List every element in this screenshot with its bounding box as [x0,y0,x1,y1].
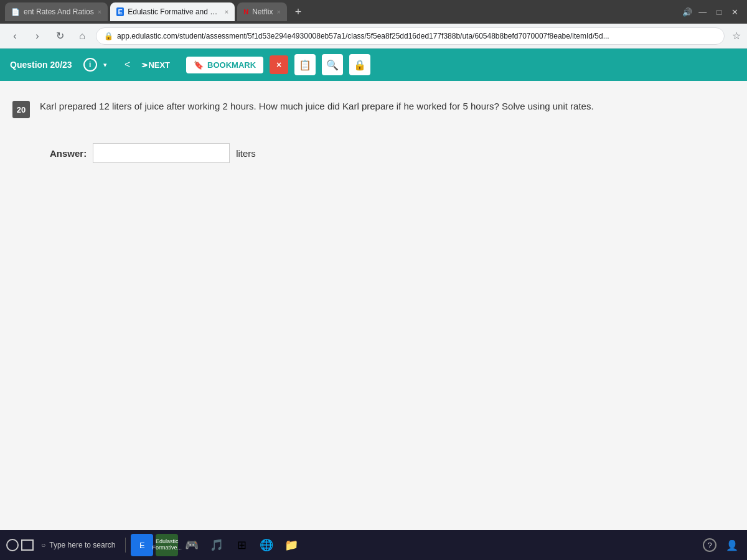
volume-icon: 🔊 [682,7,692,17]
x-icon: × [276,60,281,70]
clear-button[interactable]: × [270,55,288,74]
bookmark-icon: 🔖 [194,60,204,70]
back-button[interactable]: ‹ [6,27,24,45]
answer-unit: liters [236,148,256,159]
person-icon: 👤 [726,539,738,551]
info-button[interactable]: i [83,58,97,72]
prev-button[interactable]: < [118,55,137,74]
refresh-button[interactable]: ↻ [51,27,68,45]
lock-icon: 🔒 [104,32,113,40]
tab3-close-button[interactable]: × [276,8,280,16]
chevron-down-icon[interactable]: ▾ [103,61,107,69]
tab2-favicon: E [116,7,124,16]
bookmark-star-icon[interactable]: ☆ [732,30,741,42]
window-controls: 🔊 — □ ✕ [682,7,742,17]
search-icon: 🔍 [326,59,339,71]
taskbar-separator [125,538,126,553]
answer-row: Answer: liters [50,143,735,163]
forward-button[interactable]: › [29,27,46,45]
tab1-label: ent Rates And Ratios [24,7,94,16]
minimize-button[interactable]: — [695,7,710,17]
tab-rates-and-ratios[interactable]: 📄 ent Rates And Ratios × [5,2,108,21]
address-text: app.edulastic.com/student/assessment/5f1… [117,32,609,40]
question-counter: Question 20/23 [10,60,72,70]
edulastic-taskbar-label: Edulastic Formative... [153,539,182,551]
spotify-icon: 🎵 [210,538,223,552]
taskbar-edge-icon[interactable]: 🌐 [255,534,278,556]
search-taskbar-label: Type here to search [49,541,115,549]
answer-label: Answer: [50,148,87,159]
taskbar-right: ? 👤 [701,536,741,554]
edulastic-toolbar: Question 20/23 i ▾ < > > NEXT 🔖 BOOKMARK… [0,49,747,81]
question-row: 20 Karl prepared 12 liters of juice afte… [12,100,735,118]
taskbar-windows-icon[interactable]: ⊞ [230,534,253,556]
taskbar: ○ Type here to search E Edulastic Format… [0,530,747,560]
tab2-label: Edulastic Formative and Summa [128,7,221,16]
search-taskbar-icon: ○ [41,541,45,549]
new-tab-button[interactable]: + [289,3,307,21]
lock-toolbar-icon: 🔒 [354,59,366,71]
task-view-button[interactable] [21,539,34,551]
next-label: > NEXT [141,60,170,70]
close-window-button[interactable]: ✕ [728,7,742,17]
bookmark-label: BOOKMARK [207,60,256,70]
clipboard-icon: 📋 [299,59,311,71]
bookmark-button[interactable]: 🔖 BOOKMARK [186,57,263,73]
title-bar: 📄 ent Rates And Ratios × E Edulastic For… [0,0,747,24]
taskbar-search-area[interactable]: ○ Type here to search [36,541,120,549]
folder-icon: 📁 [284,538,298,552]
question-number-badge: 20 [12,101,30,118]
tab1-favicon: 📄 [11,8,20,16]
question-text: Karl prepared 12 liters of juice after w… [40,100,594,114]
tab3-label: Netflix [252,7,273,16]
user-icon[interactable]: 👤 [723,536,741,554]
taskbar-app-label[interactable]: Edulastic Formative... [156,534,178,556]
tab-netflix[interactable]: N Netflix × [237,2,287,21]
toolbar-nav: < > > NEXT [118,55,175,74]
home-button[interactable]: ⌂ [73,27,91,45]
taskbar-roblox-icon[interactable]: 🎮 [181,534,203,556]
edge-icon: 🌐 [260,538,273,552]
help-icon[interactable]: ? [701,536,718,554]
prev-arrow-icon: < [125,59,130,70]
taskbar-folder-icon[interactable]: 📁 [280,534,303,556]
windows-circle-button[interactable] [6,539,19,551]
address-bar-row: ‹ › ↻ ⌂ 🔒 app.edulastic.com/student/asse… [0,24,747,49]
lock-button[interactable]: 🔒 [349,54,370,75]
tab1-close-button[interactable]: × [98,8,101,16]
tab3-favicon: N [243,8,248,16]
next-button[interactable]: > > NEXT [138,58,175,72]
maximize-button[interactable]: □ [713,7,725,17]
roblox-icon: 🎮 [185,538,199,552]
question-mark-icon: ? [703,538,716,552]
search-button[interactable]: 🔍 [322,54,343,75]
taskbar-spotify-icon[interactable]: 🎵 [205,534,228,556]
answer-input[interactable] [93,143,230,163]
windows-start-icon: ⊞ [237,538,247,552]
address-bar[interactable]: 🔒 app.edulastic.com/student/assessment/5… [96,27,725,45]
taskbar-edulastic-app[interactable]: E [131,534,153,556]
clipboard-button[interactable]: 📋 [294,54,316,75]
tab2-close-button[interactable]: × [225,8,228,16]
main-content: 20 Karl prepared 12 liters of juice afte… [0,81,747,530]
browser-frame: 📄 ent Rates And Ratios × E Edulastic For… [0,0,747,560]
tab-edulastic-formative[interactable]: E Edulastic Formative and Summa × [110,2,235,21]
edulastic-app-icon: E [139,541,145,550]
